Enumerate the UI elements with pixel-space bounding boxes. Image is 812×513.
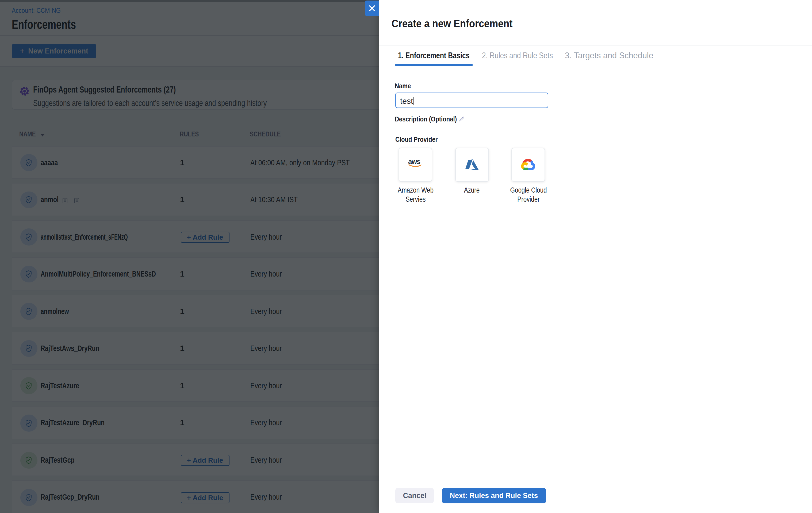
svg-text:aws: aws: [408, 158, 420, 166]
